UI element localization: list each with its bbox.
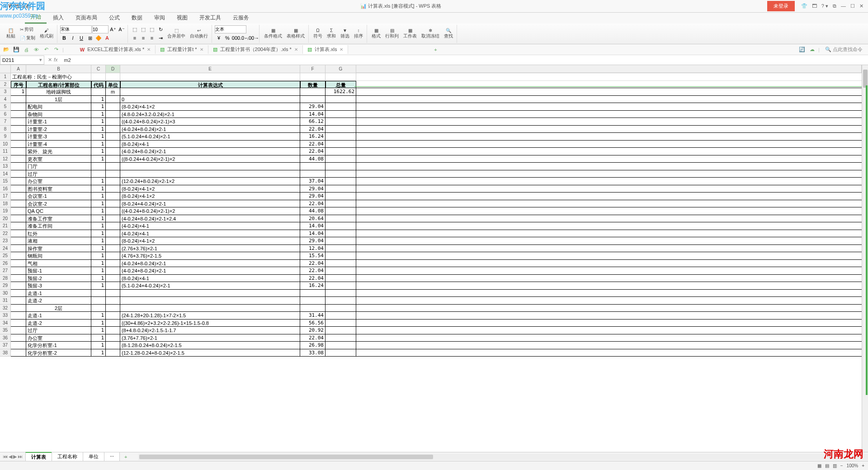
cell-F19[interactable]: 44.08: [300, 207, 326, 215]
cell-F27[interactable]: 22.04: [300, 267, 326, 275]
cell-B11[interactable]: 紫外、旋光: [26, 148, 91, 155]
currency-icon[interactable]: ¥: [215, 34, 223, 42]
cell-D16[interactable]: [106, 185, 120, 193]
formula-input[interactable]: m2: [61, 57, 868, 63]
cell-G6[interactable]: [326, 111, 356, 118]
settings-icon[interactable]: 🗔: [812, 3, 817, 9]
last-sheet-icon[interactable]: ⏭: [18, 454, 23, 460]
maximize-icon[interactable]: ☐: [850, 3, 855, 9]
cell-F23[interactable]: 29.04: [300, 237, 326, 245]
view-page-icon[interactable]: ▤: [825, 463, 829, 468]
cell-G12[interactable]: [326, 155, 356, 163]
cell-B31[interactable]: 走道-2: [26, 297, 91, 305]
cell-B4[interactable]: 1层: [26, 96, 91, 103]
cell-E26[interactable]: (4-0.24+8-0.24)×2-1: [120, 260, 300, 268]
cell-B16[interactable]: 图书资料室: [26, 185, 91, 193]
preview-icon[interactable]: 👁: [33, 46, 40, 53]
doctab-1[interactable]: ▧ 工程量计算t * ✕: [156, 45, 208, 54]
close-tab-icon[interactable]: ✕: [294, 47, 298, 52]
view-normal-icon[interactable]: ▦: [817, 463, 821, 468]
cell-G21[interactable]: [326, 222, 356, 230]
cell-F18[interactable]: 22.04: [300, 200, 326, 208]
menutab-1[interactable]: 插入: [47, 12, 69, 24]
comma-icon[interactable]: 000: [232, 34, 240, 42]
cell-E30[interactable]: [120, 290, 300, 297]
paste-button[interactable]: 📋粘贴: [5, 27, 17, 40]
col-header-B[interactable]: B: [26, 65, 91, 73]
row-header[interactable]: 5: [0, 103, 11, 111]
cell-C14[interactable]: [91, 170, 106, 178]
copy-button[interactable]: 📄 复制: [18, 34, 37, 42]
cell-A6[interactable]: [11, 111, 26, 118]
cell-G17[interactable]: [326, 193, 356, 200]
cell-C21[interactable]: 1: [91, 222, 106, 230]
zoom-level[interactable]: 100%: [847, 463, 859, 468]
cell-A22[interactable]: [11, 230, 26, 238]
row-header[interactable]: 30: [0, 290, 11, 297]
cell-F4[interactable]: [300, 96, 326, 103]
cell-G27[interactable]: [326, 267, 356, 275]
cell-G35[interactable]: [326, 327, 356, 334]
cell-C4[interactable]: 1: [91, 96, 106, 103]
cell-E28[interactable]: (8-0.24)×4-1: [120, 275, 300, 282]
cell-F5[interactable]: 29.04: [300, 103, 326, 111]
cell-B19[interactable]: QA QC: [26, 207, 91, 215]
sheet-tab-3[interactable]: ···: [104, 452, 120, 461]
cell-C9[interactable]: 1: [91, 133, 106, 141]
cell-F34[interactable]: 56.56: [300, 320, 326, 327]
increase-font-icon[interactable]: A⁺: [109, 25, 117, 33]
cell-F36[interactable]: 22.04: [300, 334, 326, 342]
cell-E14[interactable]: [120, 170, 300, 178]
cell-C2[interactable]: 代码: [91, 81, 106, 89]
cell-G36[interactable]: [326, 334, 356, 342]
cell-A2[interactable]: 序号: [11, 81, 26, 89]
cell-F38[interactable]: 33.08: [300, 349, 326, 357]
row-header[interactable]: 17: [0, 193, 11, 200]
row-header[interactable]: 20: [0, 215, 11, 223]
cell-D19[interactable]: [106, 207, 120, 215]
cell-B27[interactable]: 预留-1: [26, 267, 91, 275]
cloud-icon[interactable]: ☁: [808, 46, 816, 53]
cell-D6[interactable]: [106, 111, 120, 118]
cell-D36[interactable]: [106, 334, 120, 342]
sheet-tab-2[interactable]: 单位: [83, 452, 104, 461]
cell-F35[interactable]: 20.92: [300, 327, 326, 334]
cell-G37[interactable]: [326, 342, 356, 349]
cell-C19[interactable]: 1: [91, 207, 106, 215]
cell-F13[interactable]: [300, 163, 326, 170]
cell-E7[interactable]: ((4-0.24+8-0.24)×2-1)×3: [120, 118, 300, 126]
cell-F12[interactable]: 44.08: [300, 155, 326, 163]
cell-F33[interactable]: 31.44: [300, 312, 326, 320]
cell-G29[interactable]: [326, 282, 356, 290]
size-select[interactable]: [92, 25, 108, 33]
cell-F30[interactable]: [300, 290, 326, 297]
cell-E5[interactable]: (8-0.24)×4-1×2: [120, 103, 300, 111]
row-header[interactable]: 21: [0, 222, 11, 230]
cell-D24[interactable]: [106, 245, 120, 253]
cell-A25[interactable]: [11, 252, 26, 260]
cell-G38[interactable]: [326, 349, 356, 357]
cell-E1[interactable]: [120, 73, 300, 81]
cell-G30[interactable]: [326, 290, 356, 297]
open-icon[interactable]: 📂: [3, 46, 10, 53]
cell-C29[interactable]: 1: [91, 282, 106, 290]
print-icon[interactable]: 🖨: [23, 46, 30, 53]
fill-color-icon[interactable]: 🔶: [94, 34, 103, 42]
percent-icon[interactable]: %: [223, 34, 231, 42]
col-header-G[interactable]: G: [326, 65, 356, 73]
minimize-icon[interactable]: —: [841, 3, 846, 9]
cell-A18[interactable]: [11, 200, 26, 208]
row-header[interactable]: 37: [0, 342, 11, 349]
cell-A24[interactable]: [11, 245, 26, 253]
cell-B17[interactable]: 会议室-1: [26, 193, 91, 200]
row-header[interactable]: 2: [0, 81, 11, 89]
cell-C10[interactable]: 1: [91, 141, 106, 148]
cell-B12[interactable]: 更衣室: [26, 155, 91, 163]
cell-F28[interactable]: 22.04: [300, 275, 326, 282]
cell-A12[interactable]: [11, 155, 26, 163]
merge-center-button[interactable]: ⬚合并居中: [165, 27, 187, 40]
command-search[interactable]: 🔍 点此查找命令: [822, 46, 865, 53]
cell-A29[interactable]: [11, 282, 26, 290]
col-header-A[interactable]: A: [11, 65, 26, 73]
symbol-button[interactable]: Ω符号: [311, 27, 324, 40]
